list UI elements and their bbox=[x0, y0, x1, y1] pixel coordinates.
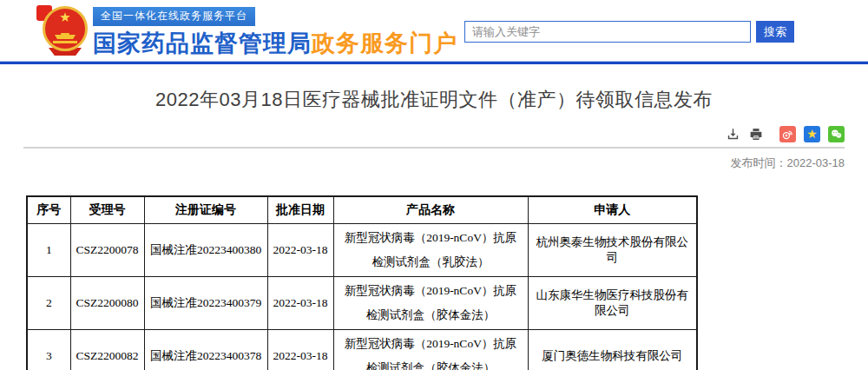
publish-time: 发布时间：2022-03-18 bbox=[23, 155, 845, 171]
section-divider bbox=[23, 147, 845, 149]
table-cell-product-name: 新型冠状病毒（2019-nCoV）抗原检测试剂盒（乳胶法） bbox=[333, 223, 528, 276]
table-row: 1CSZ2200078国械注准202234003802022-03-18新型冠状… bbox=[27, 223, 697, 276]
table-header-row: 序号受理号注册证编号批准日期产品名称申请人 bbox=[27, 196, 697, 223]
table-cell-approval-date: 2022-03-18 bbox=[267, 276, 333, 329]
qzone-share-icon[interactable]: ★ bbox=[804, 126, 820, 142]
table-cell-index: 1 bbox=[27, 223, 70, 276]
table-cell-acceptance-no: CSZ2200082 bbox=[70, 329, 144, 370]
weibo-share-icon[interactable] bbox=[779, 126, 796, 142]
download-icon[interactable] bbox=[726, 127, 740, 142]
search-button[interactable]: 搜索 bbox=[756, 21, 794, 43]
table-header-cell: 注册证编号 bbox=[144, 196, 267, 223]
table-cell-index: 3 bbox=[27, 329, 70, 370]
table-cell-acceptance-no: CSZ2200078 bbox=[70, 223, 144, 276]
site-logo[interactable]: ★ bbox=[35, 3, 92, 58]
table-cell-registration-no: 国械注准20223400378 bbox=[144, 329, 267, 370]
table-header-cell: 产品名称 bbox=[333, 196, 528, 223]
national-emblem-icon: ★ bbox=[43, 6, 88, 51]
table-cell-registration-no: 国械注准20223400380 bbox=[144, 223, 267, 276]
table-header-cell: 受理号 bbox=[70, 196, 144, 223]
site-header: ★ 全国一体化在线政务服务平台 国家药品监督管理局政务服务门户 搜索 bbox=[0, 0, 868, 61]
search-area: 搜索 bbox=[464, 21, 794, 43]
table-header-cell: 批准日期 bbox=[267, 196, 333, 223]
page-title: 2022年03月18日医疗器械批准证明文件（准产）待领取信息发布 bbox=[23, 64, 845, 113]
table-cell-approval-date: 2022-03-18 bbox=[267, 223, 333, 276]
table-row: 3CSZ2200082国械注准202234003782022-03-18新型冠状… bbox=[27, 329, 697, 370]
table-header-cell: 申请人 bbox=[528, 196, 697, 223]
table-cell-product-name: 新型冠状病毒（2019-nCoV）抗原检测试剂盒（胶体金法） bbox=[333, 329, 528, 370]
wechat-share-icon[interactable] bbox=[828, 126, 845, 142]
table-header-cell: 序号 bbox=[27, 196, 70, 223]
table-cell-registration-no: 国械注准20223400379 bbox=[144, 276, 267, 329]
site-title-agency: 国家药品监督管理局 bbox=[93, 30, 312, 56]
site-title-portal: 政务服务门户 bbox=[312, 30, 457, 56]
site-branding: 全国一体化在线政务服务平台 国家药品监督管理局政务服务门户 bbox=[93, 7, 457, 59]
search-input[interactable] bbox=[464, 21, 751, 43]
table-cell-index: 2 bbox=[27, 276, 70, 329]
approval-table: 序号受理号注册证编号批准日期产品名称申请人 1CSZ2200078国械注准202… bbox=[26, 195, 698, 370]
site-title: 国家药品监督管理局政务服务门户 bbox=[93, 28, 457, 59]
print-icon[interactable] bbox=[748, 127, 764, 142]
toolbar: ★ bbox=[23, 125, 845, 142]
table-cell-applicant: 山东康华生物医疗科技股份有限公司 bbox=[528, 276, 697, 329]
platform-banner: 全国一体化在线政务服务平台 bbox=[93, 7, 255, 26]
table-cell-applicant: 厦门奥德生物科技有限公司 bbox=[528, 329, 697, 370]
table-row: 2CSZ2200080国械注准202234003792022-03-18新型冠状… bbox=[27, 276, 697, 329]
table-cell-acceptance-no: CSZ2200080 bbox=[70, 276, 144, 329]
table-cell-approval-date: 2022-03-18 bbox=[267, 329, 333, 370]
table-cell-product-name: 新型冠状病毒（2019-nCoV）抗原检测试剂盒（胶体金法） bbox=[333, 276, 528, 329]
table-cell-applicant: 杭州奥泰生物技术股份有限公司 bbox=[528, 223, 697, 276]
